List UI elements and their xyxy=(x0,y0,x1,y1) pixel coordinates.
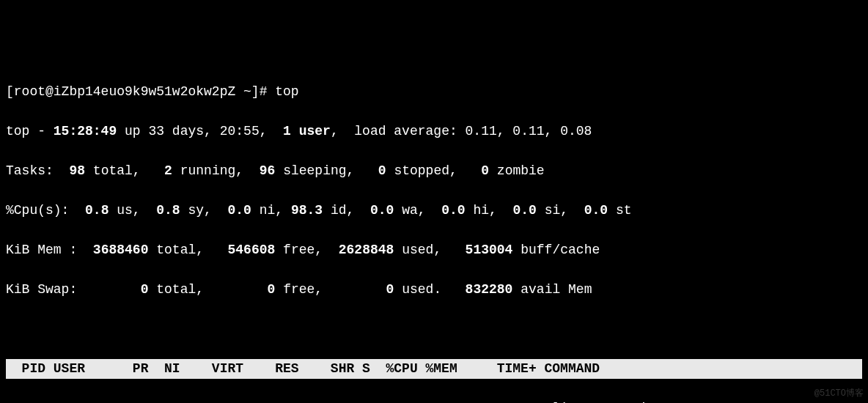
current-time: 15:28:49 xyxy=(54,124,117,138)
blank-line xyxy=(6,319,862,339)
process-row: 1040 root 10 -10 143572 20372 4476 S 2.7… xyxy=(6,399,862,403)
prompt-line: [root@iZbp14euo9k9w51w2okw2pZ ~]# top xyxy=(6,82,862,102)
mem-line: KiB Mem : 3688460 total, 546608 free, 26… xyxy=(6,240,862,260)
top-summary-line: top - 15:28:49 up 33 days, 20:55, 1 user… xyxy=(6,122,862,141)
process-table-body: 1040 root 10 -10 143572 20372 4476 S 2.7… xyxy=(6,399,862,403)
process-table-header: PID USER PR NI VIRT RES SHR S %CPU %MEM … xyxy=(6,359,862,379)
watermark-text: @51CTO博客 xyxy=(814,387,864,400)
command-text: top xyxy=(275,84,298,99)
cpu-line: %Cpu(s): 0.8 us, 0.8 sy, 0.0 ni, 98.3 id… xyxy=(6,201,862,221)
swap-line: KiB Swap: 0 total, 0 free, 0 used. 83228… xyxy=(6,280,862,300)
shell-prompt: [root@iZbp14euo9k9w51w2okw2pZ ~]# xyxy=(6,84,275,99)
tasks-line: Tasks: 98 total, 2 running, 96 sleeping,… xyxy=(6,161,862,181)
